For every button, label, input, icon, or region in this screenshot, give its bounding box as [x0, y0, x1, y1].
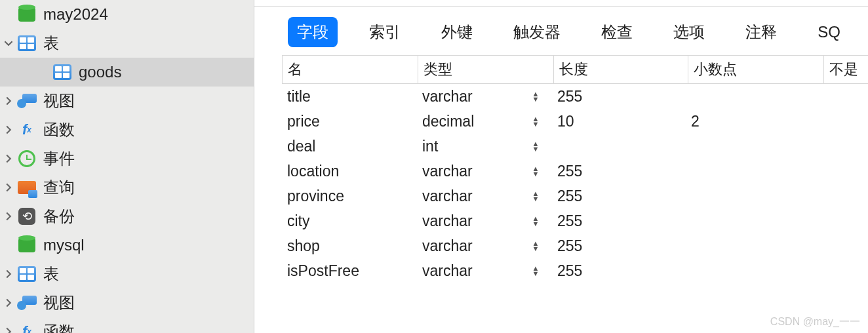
- cell-name[interactable]: shop: [282, 237, 417, 255]
- chevron-right-icon: [4, 327, 13, 333]
- cell-name[interactable]: location: [282, 163, 417, 180]
- query-icon: [17, 178, 37, 197]
- stepper-icon[interactable]: ▲▼: [519, 191, 552, 201]
- chevron-right-icon: [4, 183, 13, 192]
- table-row[interactable]: city varchar ▲▼ 255: [282, 208, 868, 233]
- cell-type[interactable]: varchar: [417, 237, 519, 255]
- tables-label: 表: [43, 33, 59, 54]
- db-mysql[interactable]: mysql: [0, 231, 254, 260]
- cell-length[interactable]: 255: [552, 88, 686, 106]
- cell-type[interactable]: varchar: [417, 212, 519, 230]
- tab-comment[interactable]: 注释: [736, 17, 786, 47]
- cell-length[interactable]: 255: [552, 187, 686, 205]
- sidebar-item-goods[interactable]: goods: [0, 58, 254, 87]
- cell-type[interactable]: varchar: [417, 262, 519, 280]
- table-row[interactable]: title varchar ▲▼ 255: [282, 84, 868, 109]
- stepper-icon[interactable]: ▲▼: [519, 216, 552, 226]
- function-icon: fx: [17, 322, 37, 333]
- sidebar-item-functions[interactable]: fx 函数: [0, 115, 254, 144]
- cell-name[interactable]: deal: [282, 138, 417, 155]
- table-icon: [17, 33, 37, 53]
- sidebar: may2024 表 goods 视图 fx 函数 事件 查询 ⟲ 备份 mysq…: [0, 0, 254, 333]
- tab-checks[interactable]: 检查: [592, 17, 642, 47]
- main-panel: 字段 索引 外键 触发器 检查 选项 注释 SQ 名 类型 长度 小数点 不是 …: [254, 0, 868, 333]
- chevron-right-icon: [4, 125, 13, 134]
- cell-decimals[interactable]: 2: [686, 113, 821, 130]
- stepper-icon[interactable]: ▲▼: [519, 265, 552, 276]
- table-icon: [52, 62, 72, 82]
- cell-length[interactable]: 255: [552, 163, 686, 180]
- backups-label: 备份: [43, 206, 75, 227]
- header-name[interactable]: 名: [283, 60, 418, 79]
- table-row[interactable]: price decimal ▲▼ 10 2: [282, 109, 868, 134]
- tabs: 字段 索引 外键 触发器 检查 选项 注释 SQ: [254, 7, 868, 55]
- sidebar-item-views[interactable]: 视图: [0, 87, 254, 115]
- tab-options[interactable]: 选项: [664, 17, 714, 47]
- table-row[interactable]: province varchar ▲▼ 255: [282, 184, 868, 208]
- sidebar-item-queries[interactable]: 查询: [0, 173, 254, 202]
- backup-icon: ⟲: [17, 206, 37, 226]
- chevron-right-icon: [4, 154, 13, 163]
- db-label: mysql: [43, 236, 85, 254]
- views-label: 视图: [43, 292, 75, 313]
- sidebar-item-functions-2[interactable]: fx 函数: [0, 317, 254, 333]
- tab-indexes[interactable]: 索引: [360, 17, 410, 47]
- tab-triggers[interactable]: 触发器: [504, 17, 570, 47]
- cell-type[interactable]: int: [417, 138, 519, 155]
- function-icon: fx: [17, 120, 37, 140]
- cell-name[interactable]: city: [282, 212, 417, 230]
- header-decimals[interactable]: 小数点: [688, 60, 823, 79]
- tab-foreign-keys[interactable]: 外键: [432, 17, 482, 47]
- chevron-right-icon: [4, 212, 13, 221]
- cell-length[interactable]: 255: [552, 262, 686, 280]
- stepper-icon[interactable]: ▲▼: [519, 241, 552, 251]
- header-notnull[interactable]: 不是: [824, 60, 868, 79]
- db-may2024[interactable]: may2024: [0, 0, 254, 29]
- cell-name[interactable]: title: [282, 88, 417, 106]
- cell-name[interactable]: province: [282, 187, 417, 205]
- clock-icon: [17, 149, 37, 168]
- columns-area: 名 类型 长度 小数点 不是 title varchar ▲▼ 255 pric…: [254, 55, 868, 333]
- stepper-icon[interactable]: ▲▼: [519, 166, 552, 176]
- table-row[interactable]: deal int ▲▼: [282, 134, 868, 159]
- view-icon: [17, 91, 37, 111]
- table-row[interactable]: isPostFree varchar ▲▼ 255: [282, 258, 868, 283]
- cell-name[interactable]: isPostFree: [282, 262, 417, 280]
- cell-length[interactable]: 10: [552, 113, 686, 130]
- functions-label: 函数: [43, 119, 75, 140]
- sidebar-item-tables-2[interactable]: 表: [0, 260, 254, 288]
- cell-type[interactable]: decimal: [417, 113, 519, 130]
- chevron-right-icon: [4, 298, 13, 307]
- chevron-right-icon: [4, 269, 13, 279]
- sidebar-item-tables[interactable]: 表: [0, 29, 254, 58]
- header-length[interactable]: 长度: [554, 60, 688, 79]
- stepper-icon[interactable]: ▲▼: [519, 116, 552, 127]
- sidebar-item-views-2[interactable]: 视图: [0, 288, 254, 317]
- database-icon: [17, 5, 37, 24]
- queries-label: 查询: [43, 177, 75, 198]
- table-row[interactable]: shop varchar ▲▼ 255: [282, 233, 868, 258]
- cell-length[interactable]: 255: [552, 212, 686, 230]
- stepper-icon[interactable]: ▲▼: [519, 141, 552, 151]
- events-label: 事件: [43, 148, 75, 169]
- cell-length[interactable]: 255: [552, 237, 686, 255]
- chevron-right-icon: [4, 96, 13, 106]
- sidebar-item-events[interactable]: 事件: [0, 144, 254, 173]
- cell-type[interactable]: varchar: [417, 187, 519, 205]
- column-rows: title varchar ▲▼ 255 price decimal ▲▼ 10…: [282, 84, 868, 283]
- functions-label: 函数: [43, 321, 75, 333]
- tab-sql[interactable]: SQ: [808, 18, 850, 46]
- cell-name[interactable]: price: [282, 113, 417, 130]
- header-type[interactable]: 类型: [418, 60, 553, 79]
- tables-label: 表: [43, 264, 59, 284]
- sidebar-item-backups[interactable]: ⟲ 备份: [0, 202, 254, 231]
- toolbar-stub: [254, 0, 868, 7]
- table-icon: [17, 264, 37, 284]
- tab-fields[interactable]: 字段: [288, 17, 338, 47]
- cell-type[interactable]: varchar: [417, 88, 519, 106]
- table-row[interactable]: location varchar ▲▼ 255: [282, 159, 868, 184]
- chevron-down-icon: [4, 39, 13, 48]
- cell-type[interactable]: varchar: [417, 163, 519, 180]
- views-label: 视图: [43, 90, 75, 111]
- stepper-icon[interactable]: ▲▼: [519, 91, 552, 102]
